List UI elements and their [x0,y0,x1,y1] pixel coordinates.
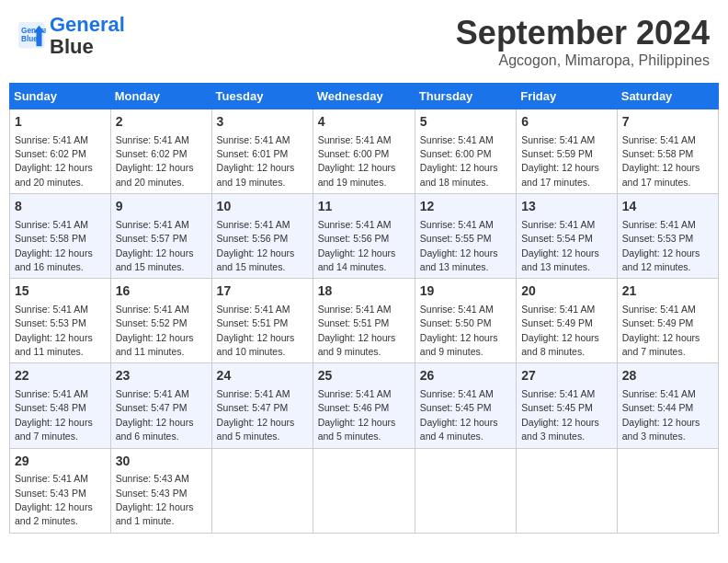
table-row: 9Sunrise: 5:41 AMSunset: 5:57 PMDaylight… [110,194,211,279]
day-info: Sunrise: 5:41 AMSunset: 5:47 PMDaylight:… [217,388,295,442]
table-row: 5Sunrise: 5:41 AMSunset: 6:00 PMDaylight… [415,109,516,194]
calendar-week-row: 1Sunrise: 5:41 AMSunset: 6:02 PMDaylight… [10,109,719,194]
location-title: Agcogon, Mimaropa, Philippines [456,52,710,69]
table-row: 18Sunrise: 5:41 AMSunset: 5:51 PMDayligh… [313,279,415,363]
table-row [517,448,618,533]
calendar-header-row: Sunday Monday Tuesday Wednesday Thursday… [10,84,719,109]
logo-icon: General Blue [18,22,46,50]
calendar-week-row: 22Sunrise: 5:41 AMSunset: 5:48 PMDayligh… [10,363,719,448]
day-number: 26 [420,367,511,385]
table-row: 30Sunrise: 5:43 AMSunset: 5:43 PMDayligh… [110,448,211,533]
table-row: 7Sunrise: 5:41 AMSunset: 5:58 PMDaylight… [617,109,718,194]
day-info: Sunrise: 5:41 AMSunset: 5:56 PMDaylight:… [217,219,295,272]
day-info: Sunrise: 5:41 AMSunset: 5:54 PMDaylight:… [521,219,599,272]
col-monday: Monday [110,84,211,109]
day-number: 29 [15,453,106,471]
table-row: 6Sunrise: 5:41 AMSunset: 5:59 PMDaylight… [517,109,618,194]
logo-text: GeneralBlue [50,14,125,58]
day-number: 30 [116,453,207,471]
month-title: September 2024 [456,14,710,52]
day-info: Sunrise: 5:41 AMSunset: 5:58 PMDaylight:… [15,219,93,272]
day-info: Sunrise: 5:41 AMSunset: 5:46 PMDaylight:… [318,388,396,442]
table-row: 3Sunrise: 5:41 AMSunset: 6:01 PMDaylight… [211,109,313,194]
day-number: 27 [521,367,612,385]
day-number: 20 [521,282,612,301]
table-row: 12Sunrise: 5:41 AMSunset: 5:55 PMDayligh… [415,194,516,279]
day-info: Sunrise: 5:41 AMSunset: 6:00 PMDaylight:… [318,134,396,188]
page-header: General Blue GeneralBlue September 2024 … [9,9,719,74]
day-info: Sunrise: 5:41 AMSunset: 5:45 PMDaylight:… [420,388,498,442]
day-info: Sunrise: 5:41 AMSunset: 5:51 PMDaylight:… [217,304,295,357]
day-info: Sunrise: 5:41 AMSunset: 5:49 PMDaylight:… [622,304,700,357]
table-row: 24Sunrise: 5:41 AMSunset: 5:47 PMDayligh… [211,363,313,448]
table-row: 15Sunrise: 5:41 AMSunset: 5:53 PMDayligh… [10,279,111,363]
day-info: Sunrise: 5:41 AMSunset: 6:02 PMDaylight:… [116,134,194,188]
day-number: 21 [622,282,713,301]
col-wednesday: Wednesday [313,84,415,109]
table-row: 11Sunrise: 5:41 AMSunset: 5:56 PMDayligh… [313,194,415,279]
title-block: September 2024 Agcogon, Mimaropa, Philip… [456,14,710,69]
day-info: Sunrise: 5:41 AMSunset: 5:43 PMDaylight:… [15,473,93,526]
day-info: Sunrise: 5:41 AMSunset: 5:59 PMDaylight:… [521,134,599,188]
day-number: 3 [217,113,308,132]
day-number: 19 [420,282,511,301]
day-info: Sunrise: 5:41 AMSunset: 6:00 PMDaylight:… [420,134,498,188]
table-row: 14Sunrise: 5:41 AMSunset: 5:53 PMDayligh… [617,194,718,279]
table-row: 21Sunrise: 5:41 AMSunset: 5:49 PMDayligh… [617,279,718,363]
day-info: Sunrise: 5:41 AMSunset: 5:50 PMDaylight:… [420,304,498,357]
calendar-week-row: 15Sunrise: 5:41 AMSunset: 5:53 PMDayligh… [10,279,719,363]
day-number: 5 [420,113,511,132]
table-row [415,448,516,533]
table-row [313,448,415,533]
day-number: 6 [521,113,612,132]
table-row: 23Sunrise: 5:41 AMSunset: 5:47 PMDayligh… [110,363,211,448]
table-row: 19Sunrise: 5:41 AMSunset: 5:50 PMDayligh… [415,279,516,363]
col-friday: Friday [517,84,618,109]
day-info: Sunrise: 5:41 AMSunset: 5:58 PMDaylight:… [622,134,700,188]
day-number: 10 [217,198,308,216]
day-info: Sunrise: 5:41 AMSunset: 6:02 PMDaylight:… [15,134,93,188]
table-row: 28Sunrise: 5:41 AMSunset: 5:44 PMDayligh… [617,363,718,448]
day-info: Sunrise: 5:41 AMSunset: 5:44 PMDaylight:… [622,388,700,442]
day-info: Sunrise: 5:41 AMSunset: 5:53 PMDaylight:… [15,304,93,357]
day-info: Sunrise: 5:41 AMSunset: 5:51 PMDaylight:… [318,304,396,357]
logo: General Blue GeneralBlue [18,14,125,58]
day-number: 17 [217,282,308,301]
col-sunday: Sunday [10,84,111,109]
col-saturday: Saturday [617,84,718,109]
table-row: 8Sunrise: 5:41 AMSunset: 5:58 PMDaylight… [10,194,111,279]
day-info: Sunrise: 5:41 AMSunset: 5:45 PMDaylight:… [521,388,599,442]
table-row: 29Sunrise: 5:41 AMSunset: 5:43 PMDayligh… [10,448,111,533]
day-number: 14 [622,198,713,216]
day-info: Sunrise: 5:43 AMSunset: 5:43 PMDaylight:… [116,473,194,526]
table-row: 20Sunrise: 5:41 AMSunset: 5:49 PMDayligh… [517,279,618,363]
day-number: 1 [15,113,106,132]
day-number: 9 [116,198,207,216]
day-number: 18 [318,282,410,301]
table-row: 26Sunrise: 5:41 AMSunset: 5:45 PMDayligh… [415,363,516,448]
day-info: Sunrise: 5:41 AMSunset: 5:53 PMDaylight:… [622,219,700,272]
day-number: 25 [318,367,410,385]
table-row: 10Sunrise: 5:41 AMSunset: 5:56 PMDayligh… [211,194,313,279]
day-number: 4 [318,113,410,132]
calendar-table: Sunday Monday Tuesday Wednesday Thursday… [9,83,719,534]
calendar-week-row: 8Sunrise: 5:41 AMSunset: 5:58 PMDaylight… [10,194,719,279]
day-info: Sunrise: 5:41 AMSunset: 5:56 PMDaylight:… [318,219,396,272]
day-info: Sunrise: 5:41 AMSunset: 5:48 PMDaylight:… [15,388,93,442]
day-number: 2 [116,113,207,132]
day-info: Sunrise: 5:41 AMSunset: 6:01 PMDaylight:… [217,134,295,188]
table-row: 13Sunrise: 5:41 AMSunset: 5:54 PMDayligh… [517,194,618,279]
table-row: 1Sunrise: 5:41 AMSunset: 6:02 PMDaylight… [10,109,111,194]
day-info: Sunrise: 5:41 AMSunset: 5:55 PMDaylight:… [420,219,498,272]
day-number: 22 [15,367,106,385]
day-info: Sunrise: 5:41 AMSunset: 5:57 PMDaylight:… [116,219,194,272]
day-number: 16 [116,282,207,301]
day-info: Sunrise: 5:41 AMSunset: 5:47 PMDaylight:… [116,388,194,442]
table-row: 4Sunrise: 5:41 AMSunset: 6:00 PMDaylight… [313,109,415,194]
day-number: 15 [15,282,106,301]
day-info: Sunrise: 5:41 AMSunset: 5:52 PMDaylight:… [116,304,194,357]
day-number: 13 [521,198,612,216]
table-row: 22Sunrise: 5:41 AMSunset: 5:48 PMDayligh… [10,363,111,448]
day-number: 8 [15,198,106,216]
table-row: 17Sunrise: 5:41 AMSunset: 5:51 PMDayligh… [211,279,313,363]
